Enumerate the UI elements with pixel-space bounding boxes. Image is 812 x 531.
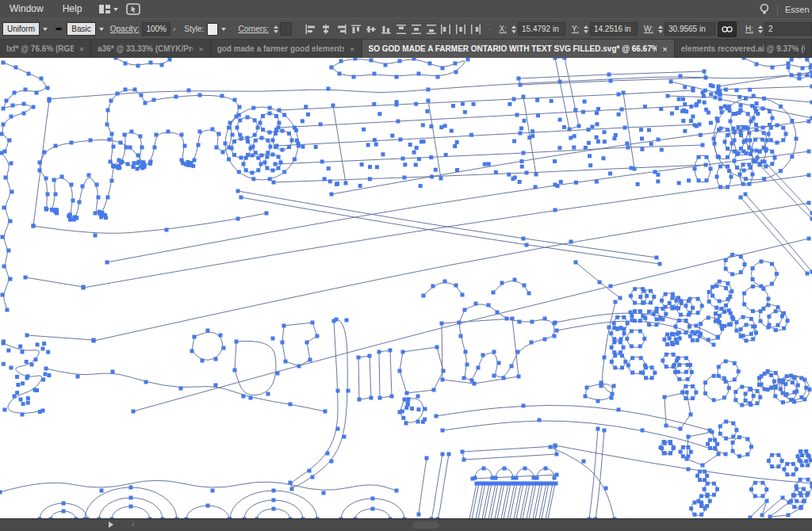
opacity-field[interactable]: 100% bbox=[142, 22, 170, 36]
blob-3 bbox=[281, 321, 320, 369]
play-arrow-icon[interactable] bbox=[109, 521, 113, 528]
w-spinner[interactable] bbox=[658, 25, 663, 33]
workspace-name[interactable]: Essen bbox=[785, 5, 812, 14]
align-right-icon[interactable] bbox=[334, 22, 349, 36]
left-tube-2 bbox=[436, 453, 451, 520]
document-tab[interactable]: elements recovered.ai @ 9.37% (CMYK/ bbox=[675, 40, 812, 58]
brush-definition-dropdown[interactable]: Basic bbox=[67, 22, 95, 36]
grapes-left bbox=[609, 287, 704, 400]
dist-right-icon[interactable] bbox=[469, 22, 485, 36]
stroke-width-chevron[interactable] bbox=[40, 22, 48, 36]
h-spinner[interactable] bbox=[758, 25, 763, 33]
slat-1 bbox=[357, 354, 373, 402]
share-document-button[interactable] bbox=[126, 3, 140, 15]
align-v-center-icon[interactable] bbox=[364, 22, 379, 36]
quad-1 bbox=[440, 317, 521, 386]
close-icon[interactable]: × bbox=[198, 44, 203, 54]
corners-spinner[interactable] bbox=[274, 25, 278, 33]
h-label[interactable]: H: bbox=[745, 25, 753, 33]
document-tab[interactable]: god made a farmer good elements.ai @...× bbox=[211, 40, 362, 58]
y-field[interactable]: 14.2516 in bbox=[590, 22, 638, 36]
x-field[interactable]: 15.4792 in bbox=[518, 22, 565, 36]
x-label[interactable]: X: bbox=[500, 25, 507, 33]
align-h-center-icon[interactable] bbox=[319, 22, 334, 36]
mound-a1 bbox=[83, 486, 179, 520]
w-field[interactable]: 30.9565 in bbox=[665, 22, 715, 36]
reference-point-grid-icon[interactable] bbox=[488, 24, 490, 35]
document-tab-bar: lxf* @ 76.6% (RGB/P...×a36* @ 33.33% (CM… bbox=[0, 40, 812, 58]
brush-chevron[interactable] bbox=[96, 22, 104, 36]
handle-1b bbox=[763, 160, 812, 216]
wheel-i7 bbox=[263, 153, 283, 173]
close-icon[interactable]: × bbox=[662, 44, 667, 54]
menu-help[interactable]: Help bbox=[53, 0, 92, 18]
grapes-small bbox=[659, 438, 720, 517]
wheel-i4 bbox=[251, 136, 273, 158]
stroke-width-dropdown[interactable]: Uniform bbox=[2, 22, 40, 36]
furrow-3 bbox=[82, 174, 811, 290]
tab-label: god made a farmer good elements.ai @... bbox=[217, 44, 344, 53]
w-label[interactable]: W: bbox=[644, 25, 653, 33]
top-right-chain bbox=[742, 58, 812, 71]
blob-2 bbox=[233, 337, 280, 399]
y-spinner[interactable] bbox=[584, 25, 588, 33]
comb-arch-2 bbox=[494, 467, 515, 480]
cow-middle bbox=[458, 302, 557, 383]
dist-v-center-icon[interactable] bbox=[409, 22, 424, 36]
x-spinner[interactable] bbox=[511, 25, 516, 33]
machine-anchors bbox=[294, 97, 691, 189]
document-tab[interactable]: a36* @ 33.33% (CMYK/Previe...× bbox=[91, 40, 211, 58]
mound-e1 bbox=[185, 504, 232, 520]
sweep-seven bbox=[289, 318, 350, 491]
furrow-4 bbox=[92, 201, 811, 343]
y-label[interactable]: Y: bbox=[572, 25, 579, 33]
workspace-switcher-button[interactable] bbox=[99, 5, 118, 13]
menu-window[interactable]: Window bbox=[0, 0, 53, 18]
opacity-label[interactable]: Opacity: bbox=[110, 25, 140, 33]
hoof-1 bbox=[98, 210, 108, 220]
handle-1a bbox=[758, 163, 812, 221]
leaf-5 bbox=[715, 165, 733, 189]
align-left-icon[interactable] bbox=[304, 22, 319, 36]
hoof-4 bbox=[181, 160, 195, 168]
artboard-canvas[interactable] bbox=[0, 58, 812, 519]
close-icon[interactable]: × bbox=[350, 44, 354, 54]
top-edge-shape bbox=[114, 58, 172, 68]
road-upper bbox=[435, 404, 712, 433]
corners-label[interactable]: Corners: bbox=[238, 25, 268, 33]
artboard-svg bbox=[0, 58, 812, 519]
tab-label: SO GOD MADE A FARMER ONTARIO WITH TEXT S… bbox=[369, 44, 657, 53]
menubar-divider bbox=[777, 4, 778, 15]
horizontal-scrollbar-thumb[interactable] bbox=[412, 521, 439, 529]
comb-arch-3 bbox=[515, 467, 536, 480]
document-tab[interactable]: SO GOD MADE A FARMER ONTARIO WITH TEXT S… bbox=[362, 40, 675, 58]
control-bar: Uniform Basic Opacity: 100% › Style: Cor… bbox=[0, 18, 812, 40]
dist-left-icon[interactable] bbox=[439, 22, 454, 36]
style-chevron[interactable] bbox=[218, 22, 226, 36]
tab-label: a36* @ 33.33% (CMYK/Previe... bbox=[98, 44, 193, 53]
constrain-proportions-button[interactable] bbox=[718, 21, 737, 37]
h-field[interactable]: 2 bbox=[764, 22, 812, 36]
tab-label: lxf* @ 76.6% (RGB/P... bbox=[6, 44, 74, 53]
align-top-icon[interactable] bbox=[349, 22, 364, 36]
dist-top-icon[interactable] bbox=[394, 22, 409, 36]
comb-arch-4 bbox=[535, 467, 557, 480]
grapes-corner bbox=[749, 449, 812, 509]
opacity-expand-chevron[interactable]: › bbox=[173, 25, 175, 33]
align-bottom-icon[interactable] bbox=[379, 22, 394, 36]
dist-h-center-icon[interactable] bbox=[454, 22, 469, 36]
close-icon[interactable]: × bbox=[79, 44, 84, 54]
dist-bottom-icon[interactable] bbox=[424, 22, 439, 36]
select-similar-icon[interactable] bbox=[297, 23, 299, 36]
corners-field[interactable] bbox=[280, 22, 292, 36]
swoosh bbox=[44, 367, 327, 414]
machine-strut-4 bbox=[622, 91, 637, 171]
document-tab[interactable]: lxf* @ 76.6% (RGB/P...× bbox=[0, 40, 91, 58]
style-swatch[interactable] bbox=[207, 23, 217, 36]
wheel-i1 bbox=[236, 116, 260, 140]
status-bar: ‹ bbox=[0, 518, 812, 531]
recolor-artwork-icon[interactable] bbox=[231, 22, 232, 36]
back-chevron-icon[interactable]: ‹ bbox=[132, 519, 134, 530]
discover-search-icon[interactable] bbox=[759, 3, 770, 16]
furrow-stub-2 bbox=[25, 334, 96, 342]
